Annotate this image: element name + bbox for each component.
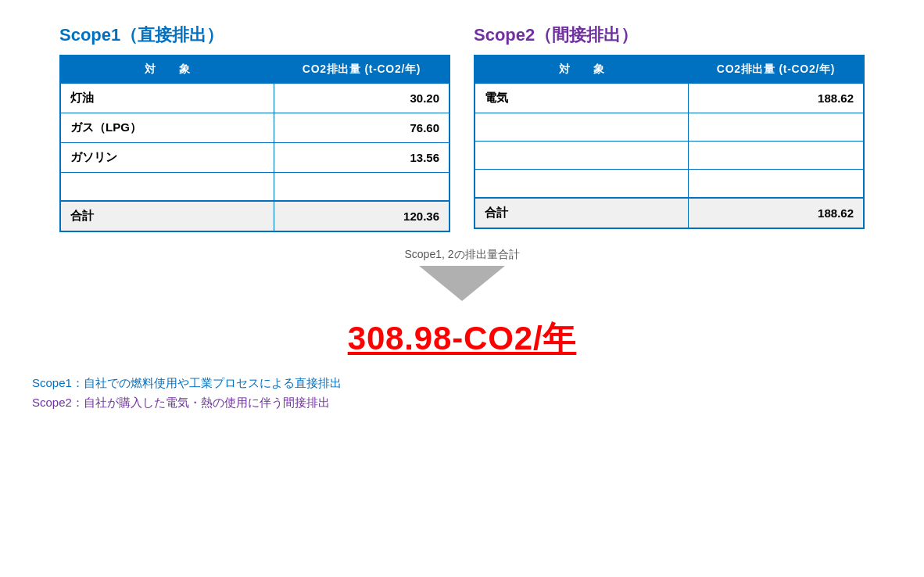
scope2-value-cell (689, 170, 864, 198)
table-row: 灯油 30.20 (60, 84, 449, 113)
table-row (60, 173, 449, 201)
total-value: 308.98-CO2/年 (32, 317, 892, 360)
tables-row: Scope1（直接排出） 対 象 CO2排出量 (t-CO2/年) 灯油 30.… (32, 23, 892, 232)
scope1-title: Scope1（直接排出） (59, 23, 450, 47)
note-scope2: Scope2：自社が購入した電気・熱の使用に伴う間接排出 (32, 396, 892, 410)
scope1-label-cell: 灯油 (60, 84, 274, 113)
main-container: Scope1（直接排出） 対 象 CO2排出量 (t-CO2/年) 灯油 30.… (32, 23, 892, 410)
scope2-block: Scope2（間接排出） 対 象 CO2排出量 (t-CO2/年) 電気 188… (474, 23, 865, 229)
table-row (475, 142, 864, 170)
scope2-total-row: 合計 188.62 (475, 198, 864, 228)
scope2-value-cell: 188.62 (689, 84, 864, 113)
scope2-label-cell (475, 170, 689, 198)
scope2-header-co2: CO2排出量 (t-CO2/年) (689, 56, 864, 84)
scope2-label-cell (475, 113, 689, 142)
scope1-total-value: 120.36 (274, 201, 449, 231)
scope1-block: Scope1（直接排出） 対 象 CO2排出量 (t-CO2/年) 灯油 30.… (59, 23, 450, 232)
scope2-header-subject: 対 象 (475, 56, 689, 84)
scope1-value-cell: 30.20 (274, 84, 449, 113)
scope2-value-cell (689, 113, 864, 142)
scope2-title: Scope2（間接排出） (474, 23, 865, 47)
scope1-value-cell: 76.60 (274, 113, 449, 143)
notes-section: Scope1：自社での燃料使用や工業プロセスによる直接排出 Scope2：自社が… (32, 376, 892, 410)
arrow-label: Scope1, 2の排出量合計 (404, 248, 519, 262)
scope2-total-value: 188.62 (689, 198, 864, 228)
note-scope1: Scope1：自社での燃料使用や工業プロセスによる直接排出 (32, 376, 892, 391)
scope2-label-cell (475, 142, 689, 170)
scope1-value-cell (274, 173, 449, 201)
scope2-label-cell: 電気 (475, 84, 689, 113)
scope1-label-cell: ガス（LPG） (60, 113, 274, 143)
table-row (475, 170, 864, 198)
scope1-header-co2: CO2排出量 (t-CO2/年) (274, 56, 449, 84)
scope2-value-cell (689, 142, 864, 170)
scope1-total-row: 合計 120.36 (60, 201, 449, 231)
scope1-value-cell: 13.56 (274, 143, 449, 173)
scope2-table: 対 象 CO2排出量 (t-CO2/年) 電気 188.62 合計 188.62 (474, 55, 865, 229)
table-row: ガソリン 13.56 (60, 143, 449, 173)
scope1-header-subject: 対 象 (60, 56, 274, 84)
table-row: 電気 188.62 (475, 84, 864, 113)
table-row (475, 113, 864, 142)
total-section: 308.98-CO2/年 (32, 317, 892, 360)
scope1-label-cell (60, 173, 274, 201)
arrow-down-icon (419, 266, 505, 301)
scope2-total-label: 合計 (475, 198, 689, 228)
scope1-table: 対 象 CO2排出量 (t-CO2/年) 灯油 30.20 ガス（LPG） 76… (59, 55, 450, 232)
scope1-label-cell: ガソリン (60, 143, 274, 173)
table-row: ガス（LPG） 76.60 (60, 113, 449, 143)
scope1-total-label: 合計 (60, 201, 274, 231)
arrow-section: Scope1, 2の排出量合計 (32, 248, 892, 301)
